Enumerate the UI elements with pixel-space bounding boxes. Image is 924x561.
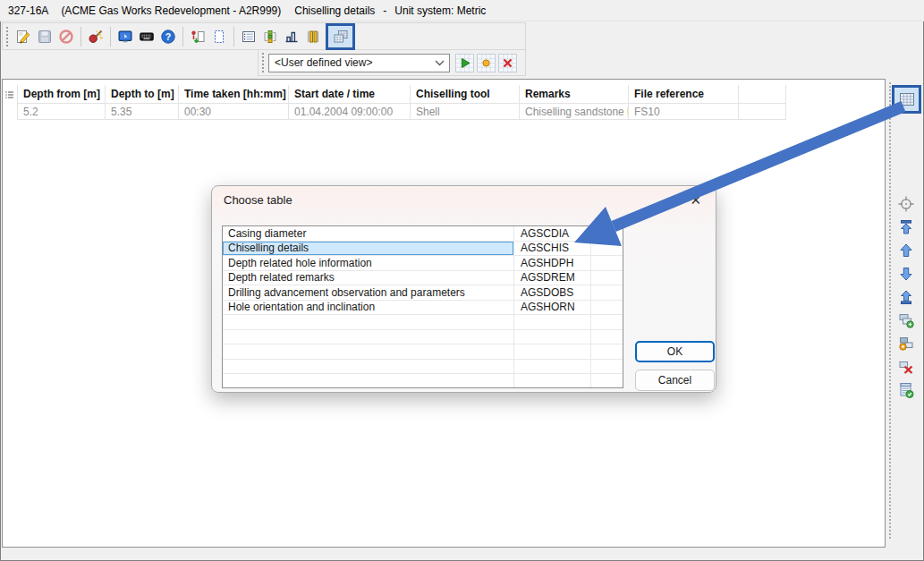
table-list-empty-row	[223, 374, 623, 388]
confirm-table-icon[interactable]	[895, 379, 917, 401]
borehole-id: 327-16A	[8, 4, 48, 17]
row-indicator[interactable]	[3, 104, 18, 120]
grid-cell[interactable]: Shell	[411, 104, 520, 120]
move-top-icon[interactable]	[895, 217, 917, 238]
table-name: Depth related remarks	[223, 271, 514, 286]
grid-data-row: 5.25.3500:3001.04.2004 09:00:00ShellChis…	[3, 104, 786, 120]
column-header[interactable]: Remarks	[520, 85, 629, 104]
empty-code-cell	[514, 374, 591, 388]
chevron-down-icon	[435, 60, 445, 66]
view-toolbar-grip[interactable]	[261, 53, 266, 72]
application-window: { "window": { "title_parts": { "borehole…	[0, 0, 924, 561]
empty-name-cell	[223, 360, 514, 375]
table-list-item[interactable]: Chiselling detailsAGSCHIS	[223, 242, 623, 257]
keyboard-icon[interactable]	[136, 26, 157, 47]
apply-view-icon[interactable]	[455, 54, 474, 72]
title-bar: 327-16A (ACME Gas Works Redevelopment - …	[0, 0, 924, 21]
move-bottom-icon[interactable]	[895, 286, 917, 308]
close-icon[interactable]: ✕	[686, 191, 705, 210]
table-list-item[interactable]: Casing diameterAGSCDIA	[223, 226, 623, 242]
grid-cell[interactable]: 00:30	[179, 104, 289, 120]
table-list-item[interactable]: Hole orientation and inclinationAGSHORN	[223, 301, 623, 316]
column-header[interactable]: File reference	[629, 85, 739, 104]
grid-cell[interactable]: 5.2	[18, 104, 106, 120]
help-icon[interactable]: ?	[157, 26, 179, 47]
delete-view-icon[interactable]	[498, 54, 517, 72]
table-name: Chiselling details	[223, 242, 514, 257]
group-tree-icon[interactable]	[259, 26, 281, 47]
table-name: Casing diameter	[223, 226, 514, 242]
empty-extra-cell	[591, 315, 623, 330]
magic-wand-icon[interactable]	[85, 26, 106, 47]
empty-name-cell	[223, 344, 514, 360]
grid-list-icon[interactable]	[238, 26, 259, 47]
new-page-icon[interactable]	[208, 26, 230, 47]
table-extra-cell	[591, 271, 623, 286]
column-header[interactable]: Depth from [m]	[18, 85, 106, 104]
view-selector-value: <User defined view>	[275, 56, 372, 69]
table-name: Depth related hole information	[223, 256, 514, 271]
transfer-page-icon[interactable]	[187, 26, 208, 47]
empty-extra-cell	[591, 330, 623, 345]
table-list-item[interactable]: Drilling advancement observation and par…	[223, 285, 623, 301]
grid-header-row: Depth from [m]Depth to [m]Time taken [hh…	[3, 85, 786, 104]
grid-cell[interactable]: FS10	[629, 104, 739, 120]
table-list-item[interactable]: Depth related hole informationAGSHDPH	[223, 256, 623, 271]
unit-system-label: Unit system: Metric	[394, 4, 486, 17]
svg-text:?: ?	[165, 30, 171, 41]
grid-cell[interactable]: 01.04.2004 09:00:00	[289, 104, 411, 120]
main-toolbar: ?	[2, 22, 526, 50]
title-dash: -	[383, 4, 386, 17]
grid-cell[interactable]: 5.35	[106, 104, 179, 120]
side-toolbar-grip[interactable]	[889, 82, 891, 540]
table-list-item[interactable]: Depth related remarksAGSDREM	[223, 271, 623, 286]
column-header[interactable]: Depth to [m]	[106, 85, 179, 104]
column-select-icon[interactable]	[302, 26, 324, 47]
new-view-icon[interactable]	[477, 54, 496, 72]
grid-cell[interactable]: Chiselling sandstone b	[520, 104, 629, 120]
ok-button[interactable]: OK	[635, 341, 715, 362]
table-extra-cell	[591, 242, 623, 257]
table-list-empty-row	[223, 344, 623, 360]
empty-code-cell	[514, 315, 591, 330]
grid-cell[interactable]	[739, 104, 786, 120]
bar-chart-icon[interactable]	[281, 26, 302, 47]
table-extra-cell	[591, 301, 623, 316]
monitor-icon[interactable]	[114, 26, 136, 47]
dialog-title: Choose table	[224, 193, 292, 207]
cancel-icon[interactable]	[55, 26, 77, 47]
table-list-empty-row	[223, 315, 623, 330]
table-code: AGSDREM	[514, 271, 591, 286]
empty-extra-cell	[591, 360, 623, 375]
table-extra-cell	[591, 256, 623, 271]
row-selector-icon[interactable]	[3, 85, 18, 104]
table-view-icon[interactable]	[898, 90, 916, 108]
project-name: (ACME Gas Works Redevelopment - A2R999)	[61, 4, 281, 17]
column-header-blank[interactable]	[739, 85, 786, 104]
table-extra-cell	[591, 226, 623, 242]
tables-icon[interactable]	[331, 27, 351, 47]
edit-note-icon[interactable]	[13, 26, 34, 47]
view-selector[interactable]: <User defined view>	[268, 54, 450, 72]
insert-row-icon[interactable]	[895, 310, 917, 331]
empty-code-cell	[514, 360, 591, 375]
tables-icon-highlight	[326, 23, 355, 50]
toolbar-grip[interactable]	[5, 27, 10, 47]
move-up-icon[interactable]	[895, 240, 917, 261]
table-code: AGSHORN	[514, 301, 591, 316]
column-header[interactable]: Time taken [hh:mm]	[179, 85, 289, 104]
duplicate-row-icon[interactable]	[895, 333, 917, 354]
empty-name-cell	[223, 374, 514, 388]
crosshair-icon[interactable]	[895, 193, 917, 215]
move-down-icon[interactable]	[895, 263, 917, 285]
save-icon[interactable]	[34, 26, 55, 47]
toolbar-separator	[81, 27, 81, 47]
toolbar-separator	[233, 27, 234, 47]
view-toolbar: <User defined view>	[258, 50, 526, 76]
column-header[interactable]: Chiselling tool	[411, 85, 520, 104]
choose-table-dialog: Choose table ✕ Casing diameterAGSCDIAChi…	[211, 185, 716, 393]
cancel-button[interactable]: Cancel	[635, 370, 715, 391]
delete-row-icon[interactable]	[895, 356, 917, 378]
table-name: Drilling advancement observation and par…	[223, 285, 514, 301]
column-header[interactable]: Start date / time	[289, 85, 411, 104]
